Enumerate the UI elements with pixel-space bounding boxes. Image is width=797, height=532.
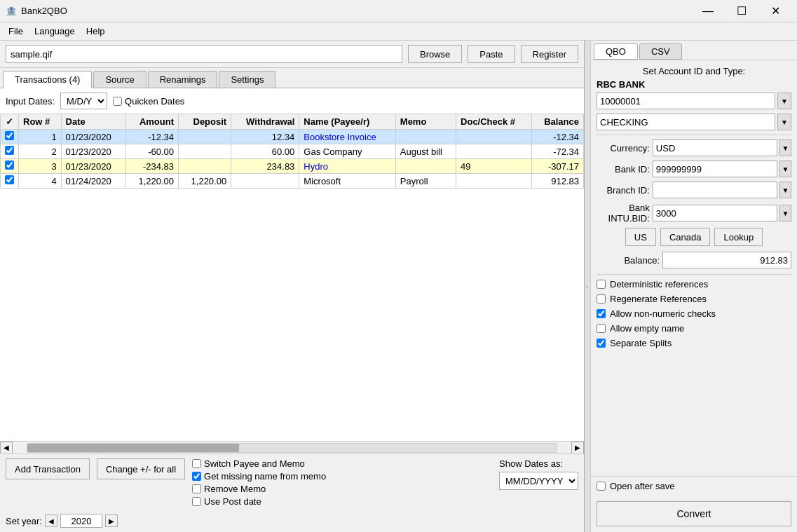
row-withdrawal [231,174,299,189]
open-after-save-checkbox[interactable] [597,482,606,491]
currency-input[interactable] [653,139,777,156]
deterministic-checkbox[interactable] [597,280,606,289]
balance-input[interactable] [662,252,791,268]
row-doc: 49 [456,159,532,174]
currency-dropdown[interactable]: ▼ [779,139,791,156]
tab-source[interactable]: Source [93,71,146,88]
regenerate-checkbox[interactable] [597,294,606,303]
row-checkbox[interactable] [5,131,14,140]
year-prev-button[interactable]: ◀ [45,514,57,527]
date-format-select[interactable]: M/D/Y D/M/Y Y/M/D [60,93,107,109]
bank-id-label: Bank ID: [597,164,650,175]
scroll-left-button[interactable]: ◀ [0,442,13,454]
menubar: File Language Help [0,22,797,41]
col-check: ✓ [1,114,19,130]
scrollbar-track[interactable] [27,443,557,453]
panel-splitter[interactable]: · [585,41,590,532]
bottom-toolbar: Add Transaction Change +/- for all Switc… [0,453,584,511]
branch-id-dropdown[interactable]: ▼ [779,182,791,198]
currency-row: Currency: ▼ [597,139,791,156]
table-row[interactable]: 3 01/23/2020 -234.83 234.83 Hydro 49 -30… [1,159,584,174]
year-next-button[interactable]: ▶ [105,514,118,527]
us-button[interactable]: US [625,228,656,246]
use-post-date-checkbox[interactable] [192,497,201,506]
account-id-dropdown[interactable]: ▼ [777,93,791,109]
remove-memo-checkbox[interactable] [192,484,201,493]
region-buttons: US Canada Lookup [597,228,791,246]
add-transaction-button[interactable]: Add Transaction [6,458,90,479]
row-checkbox[interactable] [5,161,14,170]
table-row[interactable]: 2 01/23/2020 -60.00 60.00 Gas Company Au… [1,144,584,159]
tab-settings[interactable]: Settings [219,71,275,88]
right-panel: QBO CSV Set Account ID and Type: RBC BAN… [590,41,797,532]
row-check[interactable] [1,159,19,174]
row-check[interactable] [1,144,19,159]
date-row: Input Dates: M/D/Y D/M/Y Y/M/D Quicken D… [0,88,584,114]
show-dates-label: Show Dates as: [499,458,578,469]
browse-button[interactable]: Browse [408,45,462,63]
paste-button[interactable]: Paste [468,45,515,63]
set-account-title: Set Account ID and Type: [597,66,791,76]
account-id-row: ▼ [597,93,791,109]
row-date: 01/23/2020 [61,130,125,144]
row-number: 1 [19,130,62,144]
file-path-input[interactable] [6,45,402,63]
row-check[interactable] [1,130,19,144]
row-deposit [179,159,231,174]
horizontal-scrollbar[interactable]: ◀ ▶ [0,441,584,453]
row-name: Gas Company [299,144,395,159]
tab-qbo[interactable]: QBO [594,43,638,60]
right-content: Set Account ID and Type: RBC BANK ▼ ▼ Cu… [591,60,797,476]
show-dates-select[interactable]: MM/DD/YYYY DD/MM/YYYY YYYY/MM/DD [499,472,578,490]
switch-payee-checkbox[interactable] [192,459,201,468]
menu-file[interactable]: File [3,25,29,38]
get-missing-name-checkbox[interactable] [192,472,201,481]
bank-id-input[interactable] [653,161,777,177]
row-checkbox[interactable] [5,175,14,184]
quicken-dates-checkbox[interactable] [113,97,122,106]
branch-id-input[interactable] [653,182,777,198]
account-type-dropdown[interactable]: ▼ [777,114,791,130]
tab-csv[interactable]: CSV [639,43,682,60]
allow-empty-name-label: Allow empty name [610,323,684,334]
row-deposit: 1,220.00 [179,174,231,189]
close-button[interactable]: ✕ [759,1,791,22]
row-checkbox[interactable] [5,146,14,155]
bank-intu-input[interactable] [653,205,777,221]
separate-splits-checkbox[interactable] [597,339,606,348]
register-button[interactable]: Register [521,45,578,63]
menu-language[interactable]: Language [29,25,81,38]
canada-button[interactable]: Canada [660,228,711,246]
bank-id-dropdown[interactable]: ▼ [779,161,791,177]
row-deposit [179,130,231,144]
account-id-input[interactable] [597,93,775,109]
col-date: Date [61,114,125,130]
tab-transactions[interactable]: Transactions (4) [3,71,92,88]
year-input[interactable] [60,514,102,528]
menu-help[interactable]: Help [81,25,111,38]
bank-name: RBC BANK [597,79,791,90]
lookup-button[interactable]: Lookup [714,228,763,246]
scroll-right-button[interactable]: ▶ [571,442,584,454]
maximize-button[interactable]: ☐ [726,1,758,22]
row-balance: -307.17 [531,159,583,174]
bank-intu-dropdown[interactable]: ▼ [779,205,791,221]
app-icon: 🏦 [6,6,17,17]
account-type-input[interactable] [597,114,775,130]
allow-empty-name-checkbox[interactable] [597,324,606,333]
table-row[interactable]: 1 01/23/2020 -12.34 12.34 Bookstore Invo… [1,130,584,144]
row-name: Microsoft [299,174,395,189]
tab-renamings[interactable]: Renamings [148,71,218,88]
remove-memo-label: Remove Memo [192,484,326,494]
allow-non-numeric-checkbox[interactable] [597,309,606,318]
convert-button[interactable]: Convert [597,501,791,526]
table-row[interactable]: 4 01/24/2020 1,220.00 1,220.00 Microsoft… [1,174,584,189]
currency-label: Currency: [597,143,650,154]
row-check[interactable] [1,174,19,189]
row-number: 3 [19,159,62,174]
window-controls: — ☐ ✕ [692,1,791,22]
scrollbar-thumb[interactable] [27,444,239,452]
change-for-all-button[interactable]: Change +/- for all [97,458,185,479]
set-year-label: Set year: [6,516,42,526]
minimize-button[interactable]: — [692,1,724,22]
